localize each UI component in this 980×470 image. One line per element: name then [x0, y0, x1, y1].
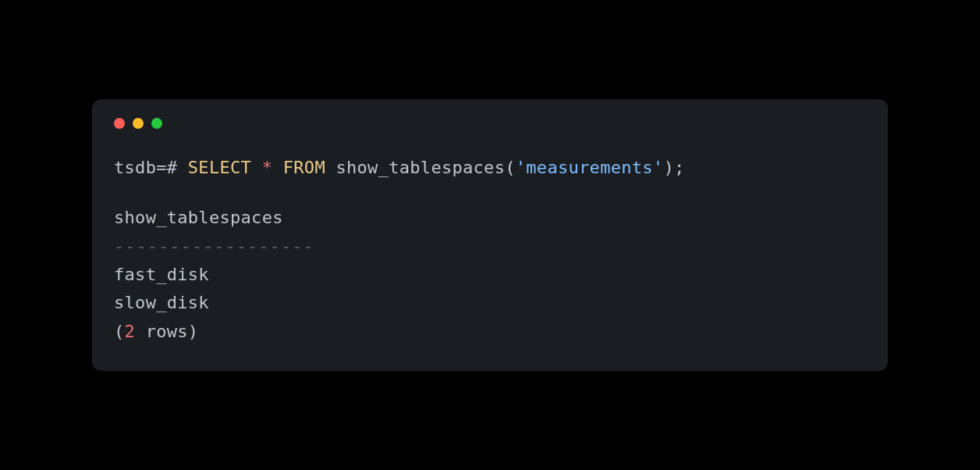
result-divider: ------------------ [114, 233, 866, 261]
window-controls [114, 118, 866, 129]
terminal-content: tsdb=# SELECT * FROM show_tablespaces('m… [114, 154, 866, 346]
open-paren: ( [505, 158, 516, 177]
footer-open: ( [114, 322, 125, 341]
query-line: tsdb=# SELECT * FROM show_tablespaces('m… [114, 154, 866, 182]
keyword-from: FROM [283, 158, 325, 177]
close-paren: ) [663, 158, 674, 177]
operator-star: * [262, 158, 273, 177]
function-name: show_tablespaces [336, 158, 505, 177]
string-argument: measurements [526, 158, 653, 177]
semicolon: ; [674, 158, 685, 177]
terminal-window: tsdb=# SELECT * FROM show_tablespaces('m… [92, 99, 888, 371]
row-count: 2 [125, 322, 136, 341]
result-footer: (2 rows) [114, 318, 866, 346]
footer-text: rows [135, 322, 188, 341]
keyword-select: SELECT [188, 158, 251, 177]
quote-open: ' [516, 158, 527, 177]
prompt: tsdb=# [114, 158, 188, 177]
minimize-icon[interactable] [133, 118, 144, 129]
result-row: fast_disk [114, 261, 866, 289]
column-header: show_tablespaces [114, 204, 866, 232]
footer-close: ) [188, 322, 199, 341]
quote-close: ' [653, 158, 664, 177]
close-icon[interactable] [114, 118, 125, 129]
maximize-icon[interactable] [151, 118, 162, 129]
result-row: slow_disk [114, 289, 866, 317]
